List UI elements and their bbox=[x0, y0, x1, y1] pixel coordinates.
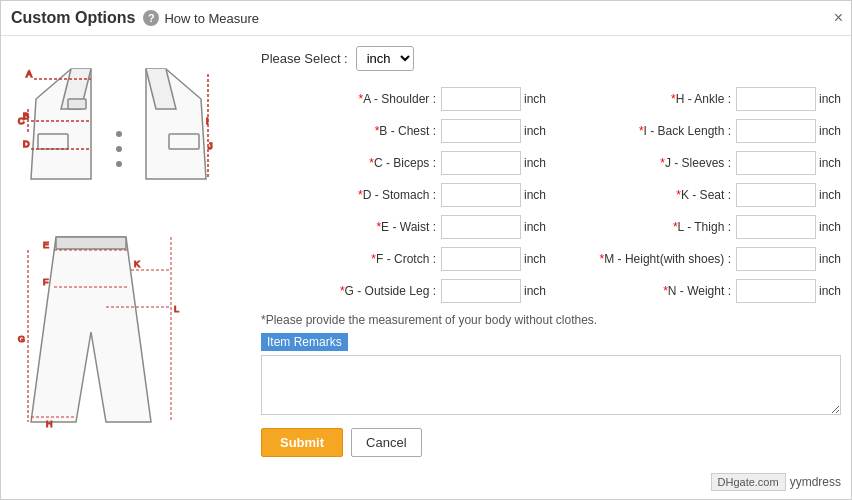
field-row-N: *N - Weight : inch bbox=[556, 279, 841, 303]
field-row-J: *J - Sleeves : inch bbox=[556, 151, 841, 175]
svg-text:L: L bbox=[174, 304, 179, 314]
field-unit-K: inch bbox=[819, 188, 841, 202]
dialog-header: Custom Options ? How to Measure × bbox=[1, 1, 851, 36]
watermark-logo: DHgate.com bbox=[711, 473, 786, 491]
field-unit-F: inch bbox=[524, 252, 546, 266]
field-input-L[interactable] bbox=[736, 215, 816, 239]
field-unit-M: inch bbox=[819, 252, 841, 266]
field-input-B[interactable] bbox=[441, 119, 521, 143]
field-label-D: *D - Stomach : bbox=[358, 188, 436, 202]
field-unit-C: inch bbox=[524, 156, 546, 170]
field-label-J: *J - Sleeves : bbox=[660, 156, 731, 170]
field-label-E: *E - Waist : bbox=[376, 220, 436, 234]
custom-options-dialog: Custom Options ? How to Measure × bbox=[0, 0, 852, 500]
svg-text:J: J bbox=[208, 141, 213, 151]
watermark: DHgate.com yymdress bbox=[711, 473, 841, 491]
field-label-I: *I - Back Length : bbox=[639, 124, 731, 138]
field-unit-N: inch bbox=[819, 284, 841, 298]
svg-text:C: C bbox=[18, 116, 25, 126]
svg-text:D: D bbox=[23, 139, 30, 149]
svg-text:H: H bbox=[46, 419, 53, 429]
svg-text:A: A bbox=[26, 69, 32, 79]
how-to-measure-link[interactable]: How to Measure bbox=[164, 11, 259, 26]
field-label-A: *A - Shoulder : bbox=[359, 92, 436, 106]
field-input-A[interactable] bbox=[441, 87, 521, 111]
svg-text:G: G bbox=[18, 334, 25, 344]
field-label-G: *G - Outside Leg : bbox=[340, 284, 436, 298]
close-button[interactable]: × bbox=[834, 9, 843, 27]
measurement-fields: *A - Shoulder : inch *H - Ankle : inch *… bbox=[261, 87, 841, 303]
svg-rect-17 bbox=[56, 237, 126, 249]
field-row-G: *G - Outside Leg : inch bbox=[261, 279, 546, 303]
field-input-J[interactable] bbox=[736, 151, 816, 175]
field-row-M: *M - Height(with shoes) : inch bbox=[556, 247, 841, 271]
field-input-I[interactable] bbox=[736, 119, 816, 143]
cancel-button[interactable]: Cancel bbox=[351, 428, 421, 457]
svg-point-14 bbox=[116, 131, 122, 137]
field-row-H: *H - Ankle : inch bbox=[556, 87, 841, 111]
field-unit-D: inch bbox=[524, 188, 546, 202]
svg-text:F: F bbox=[43, 277, 49, 287]
field-label-F: *F - Crotch : bbox=[371, 252, 436, 266]
help-icon[interactable]: ? bbox=[143, 10, 159, 26]
field-input-E[interactable] bbox=[441, 215, 521, 239]
watermark-brand: yymdress bbox=[790, 475, 841, 489]
field-row-F: *F - Crotch : inch bbox=[261, 247, 546, 271]
field-input-C[interactable] bbox=[441, 151, 521, 175]
suit-illustration: A B C D bbox=[11, 46, 251, 221]
field-input-M[interactable] bbox=[736, 247, 816, 271]
field-unit-A: inch bbox=[524, 92, 546, 106]
dialog-body: A B C D bbox=[1, 36, 851, 491]
unit-select[interactable]: inch cm bbox=[356, 46, 414, 71]
field-label-N: *N - Weight : bbox=[663, 284, 731, 298]
field-row-C: *C - Biceps : inch bbox=[261, 151, 546, 175]
field-label-M: *M - Height(with shoes) : bbox=[600, 252, 731, 266]
svg-text:E: E bbox=[43, 240, 49, 250]
svg-rect-1 bbox=[68, 99, 86, 109]
field-unit-H: inch bbox=[819, 92, 841, 106]
field-unit-I: inch bbox=[819, 124, 841, 138]
field-row-E: *E - Waist : inch bbox=[261, 215, 546, 239]
field-input-H[interactable] bbox=[736, 87, 816, 111]
field-unit-J: inch bbox=[819, 156, 841, 170]
field-label-C: *C - Biceps : bbox=[369, 156, 436, 170]
remarks-label: Item Remarks bbox=[261, 333, 348, 351]
unit-select-row: Please Select : inch cm bbox=[261, 46, 841, 71]
field-row-D: *D - Stomach : inch bbox=[261, 183, 546, 207]
field-unit-E: inch bbox=[524, 220, 546, 234]
field-label-K: *K - Seat : bbox=[676, 188, 731, 202]
svg-text:K: K bbox=[134, 259, 140, 269]
field-unit-G: inch bbox=[524, 284, 546, 298]
field-label-B: *B - Chest : bbox=[375, 124, 436, 138]
field-row-I: *I - Back Length : inch bbox=[556, 119, 841, 143]
svg-point-16 bbox=[116, 161, 122, 167]
submit-button[interactable]: Submit bbox=[261, 428, 343, 457]
field-unit-L: inch bbox=[819, 220, 841, 234]
field-input-G[interactable] bbox=[441, 279, 521, 303]
field-input-F[interactable] bbox=[441, 247, 521, 271]
field-row-K: *K - Seat : inch bbox=[556, 183, 841, 207]
pants-illustration: E F G H K L bbox=[11, 234, 251, 429]
field-input-N[interactable] bbox=[736, 279, 816, 303]
field-row-B: *B - Chest : inch bbox=[261, 119, 546, 143]
measurement-note: *Please provide the measurement of your … bbox=[261, 313, 841, 327]
field-label-H: *H - Ankle : bbox=[671, 92, 731, 106]
field-unit-B: inch bbox=[524, 124, 546, 138]
select-label: Please Select : bbox=[261, 51, 348, 66]
field-input-D[interactable] bbox=[441, 183, 521, 207]
field-label-L: *L - Thigh : bbox=[673, 220, 731, 234]
field-row-L: *L - Thigh : inch bbox=[556, 215, 841, 239]
footer-buttons: Submit Cancel bbox=[261, 428, 841, 457]
field-row-A: *A - Shoulder : inch bbox=[261, 87, 546, 111]
dialog-title: Custom Options bbox=[11, 9, 135, 27]
remarks-textarea[interactable] bbox=[261, 355, 841, 415]
left-panel: A B C D bbox=[11, 46, 251, 481]
field-input-K[interactable] bbox=[736, 183, 816, 207]
svg-point-15 bbox=[116, 146, 122, 152]
right-panel: Please Select : inch cm *A - Shoulder : … bbox=[251, 46, 841, 481]
